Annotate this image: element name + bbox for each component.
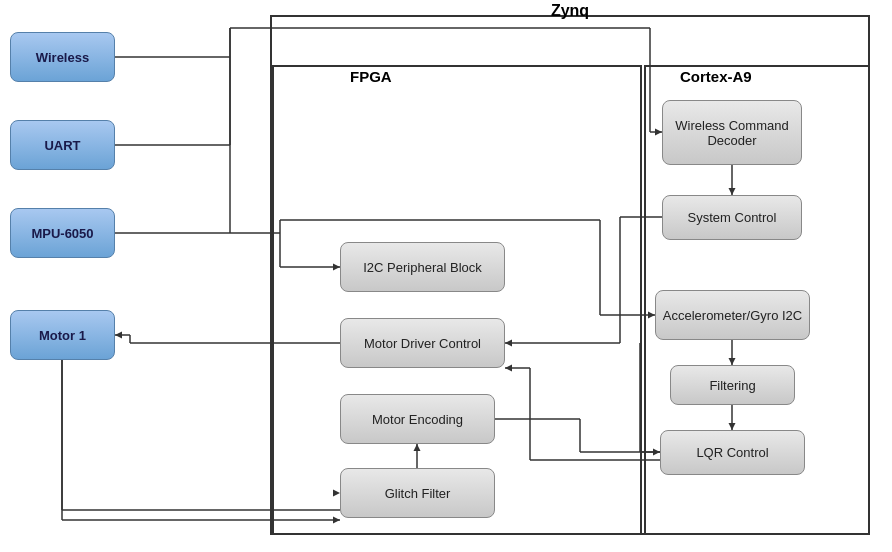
glitch-filter-block: Glitch Filter (340, 468, 495, 518)
cortex-label: Cortex-A9 (680, 68, 752, 85)
fpga-box (272, 65, 642, 535)
wireless-cmd-block: Wireless Command Decoder (662, 100, 802, 165)
i2c-peripheral-block: I2C Peripheral Block (340, 242, 505, 292)
wireless-block: Wireless (10, 32, 115, 82)
uart-block: UART (10, 120, 115, 170)
motor-encoding-block: Motor Encoding (340, 394, 495, 444)
zynq-label: Zynq (270, 2, 870, 20)
filtering-block: Filtering (670, 365, 795, 405)
motor-driver-block: Motor Driver Control (340, 318, 505, 368)
mpu-block: MPU-6050 (10, 208, 115, 258)
fpga-label: FPGA (350, 68, 392, 85)
lqr-control-block: LQR Control (660, 430, 805, 475)
system-control-block: System Control (662, 195, 802, 240)
accel-gyro-block: Accelerometer/Gyro I2C (655, 290, 810, 340)
motor1-block: Motor 1 (10, 310, 115, 360)
